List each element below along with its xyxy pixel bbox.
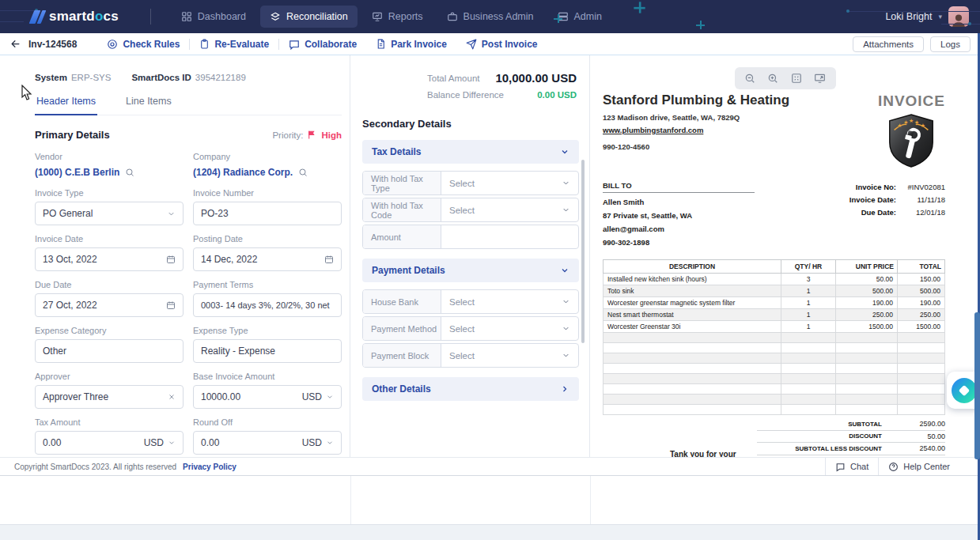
posting-date-input[interactable]: 14 Dec, 2022 [193, 247, 342, 271]
clear-x-icon[interactable] [168, 393, 176, 401]
collaborate-button[interactable]: Collaborate [279, 39, 366, 50]
due-date-input[interactable]: 27 Oct, 2022 [35, 293, 184, 317]
priority-flag-icon [307, 130, 317, 140]
check-rules-button[interactable]: Check Rules [97, 39, 189, 50]
svg-text:★: ★ [898, 123, 902, 129]
nav-item-reconciliation[interactable]: Reconciliation [260, 6, 358, 28]
calendar-icon[interactable] [324, 255, 334, 264]
panel-scrollbar[interactable] [581, 160, 585, 343]
table-row: Installed new kitchen sink (hours) 3 50.… [604, 274, 945, 285]
invoice-company-website[interactable]: www.plumbingstanford.com [603, 126, 789, 134]
calendar-icon[interactable] [166, 255, 176, 264]
logs-button[interactable]: Logs [930, 36, 971, 52]
search-icon[interactable] [125, 168, 134, 177]
re-evaluate-button[interactable]: Re-Evaluate [190, 39, 278, 50]
chevron-down-icon [560, 147, 569, 157]
calendar-icon[interactable] [166, 300, 176, 310]
vendor-link[interactable]: (1000) C.E.B Berlin [35, 165, 184, 179]
navbar-decoration [696, 21, 705, 29]
tax-amount-input[interactable]: 0.00 USD [35, 431, 184, 455]
park-invoice-button[interactable]: Park Invoice [366, 39, 456, 50]
help-center-icon [888, 462, 899, 472]
payment-terms-input[interactable]: 0003- 14 days 3%, 20/2%, 30 net [193, 293, 342, 317]
help-center-button[interactable]: Help Center [878, 458, 959, 475]
approver-input[interactable]: Approver Three [35, 385, 184, 409]
tab-line-items[interactable]: Line Items [124, 93, 173, 115]
table-row-empty [604, 353, 945, 364]
smartdocs-id-value: 3954212189 [195, 73, 246, 82]
plumbing-shield-logo: ★★★★★ [886, 113, 936, 168]
page-scrollbar-thumb[interactable] [974, 312, 980, 459]
currency-value[interactable]: USD [302, 437, 322, 448]
chevron-down-icon [168, 439, 176, 447]
round-off-input[interactable]: 0.00 USD [193, 431, 342, 455]
withhold-tax-type-select[interactable]: Select [441, 172, 578, 194]
fit-to-screen-icon[interactable] [791, 73, 802, 84]
house-bank-select[interactable]: Select [441, 290, 578, 313]
back-arrow-icon [9, 38, 21, 50]
nav-item-reports[interactable]: Reports [362, 6, 433, 28]
tax-amount-field[interactable] [441, 225, 578, 248]
invoice-date-value: 11/11/18 [896, 195, 945, 204]
invoice-company-name: Stanford Plumbing & Heating [603, 93, 789, 108]
table-row-empty [604, 364, 945, 374]
company-link[interactable]: (1204) Radiance Corp. [193, 165, 342, 179]
table-row-empty [604, 384, 945, 395]
bill-to-address: 87 Private st, Seattle, WA [603, 211, 755, 220]
nav-item-dashboard[interactable]: Dashboard [172, 6, 255, 28]
post-invoice-button[interactable]: Post Invoice [456, 39, 547, 50]
nav-item-label: Business Admin [464, 11, 534, 22]
bill-to-label: BILL TO [603, 181, 755, 193]
navbar-divider [150, 9, 151, 25]
tab-header-items[interactable]: Header Items [35, 93, 97, 115]
tax-details-section-header[interactable]: Tax Details [362, 140, 579, 164]
privacy-policy-link[interactable]: Privacy Policy [183, 463, 236, 471]
nav-item-business-admin[interactable]: Business Admin [437, 6, 543, 28]
payment-block-select[interactable]: Select [441, 344, 578, 367]
invoice-totals: SUBTOTAL2590.00 DISCOUNT50.00 SUBTOTAL L… [757, 418, 945, 457]
chat-button[interactable]: Chat [825, 458, 878, 475]
invoice-type-select[interactable]: PO General [35, 202, 184, 225]
vendor-label: Vendor [35, 152, 184, 161]
total-amount-value: 10,000.00 USD [495, 71, 577, 85]
back-button[interactable]: Inv-124568 [9, 38, 77, 50]
payment-details-section-header[interactable]: Payment Details [362, 259, 579, 282]
table-row-empty [604, 333, 945, 343]
briefcase-icon [447, 11, 458, 22]
expense-type-input[interactable]: Reality - Expense [193, 339, 342, 363]
brand-name: smartdocs [49, 9, 119, 25]
zoom-out-icon[interactable] [744, 73, 755, 84]
nav-item-admin[interactable]: Admin [548, 6, 611, 28]
brand-logo[interactable]: smartdocs [32, 9, 119, 25]
invoice-number-label: Invoice Number [193, 188, 342, 198]
tax-amount-label: Tax Amount [35, 417, 184, 427]
user-avatar[interactable] [948, 6, 969, 27]
invoice-document: Stanford Plumbing & Heating 123 Madison … [603, 93, 945, 457]
withhold-tax-code-select[interactable]: Select [441, 198, 578, 221]
invoice-date-input[interactable]: 13 Oct, 2022 [35, 247, 184, 271]
priority-label: Priority: [272, 130, 303, 140]
user-menu-caret-icon[interactable]: ▾ [938, 13, 942, 21]
payment-block-row: Payment Block Select [362, 343, 579, 368]
chevron-down-icon [562, 179, 570, 187]
preview-zoom-toolbar [735, 67, 836, 89]
other-details-section-header[interactable]: Other Details [362, 377, 579, 401]
search-icon[interactable] [298, 168, 308, 177]
base-invoice-amount-input[interactable]: 10000.00 USD [193, 385, 342, 409]
invoice-number-input[interactable]: PO-23 [193, 202, 342, 225]
currency-value[interactable]: USD [302, 391, 322, 402]
chevron-down-icon [326, 393, 334, 401]
zoom-in-icon[interactable] [767, 73, 778, 84]
payment-method-select[interactable]: Select [441, 317, 578, 340]
subtotal-less-discount-value: 2540.00 [893, 444, 945, 452]
open-external-monitor-icon[interactable] [814, 73, 826, 84]
column-divider [350, 476, 351, 524]
expense-category-input[interactable]: Other [35, 339, 184, 363]
secondary-details-title: Secondary Details [362, 118, 579, 130]
bill-to-name: Allen Smith [603, 198, 755, 206]
currency-value[interactable]: USD [144, 437, 164, 448]
svg-text:★: ★ [914, 119, 919, 126]
nav-item-label: Reconciliation [286, 11, 348, 22]
approver-label: Approver [35, 372, 184, 381]
attachments-button[interactable]: Attachments [853, 36, 924, 52]
